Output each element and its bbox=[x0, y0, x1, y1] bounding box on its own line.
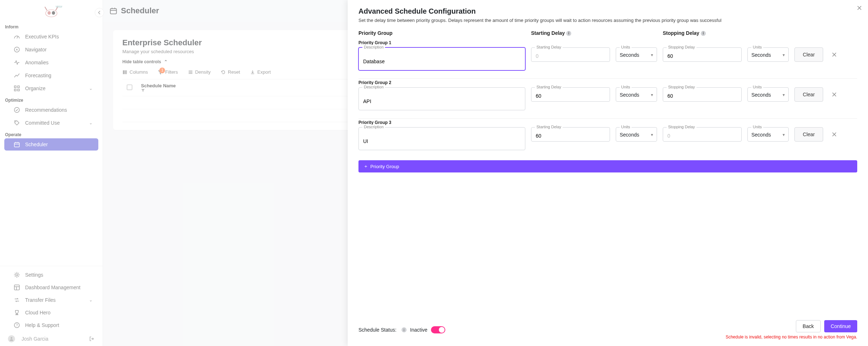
units-float-label: Units bbox=[620, 45, 632, 49]
starting-delay-float-label: Starting Delay bbox=[535, 85, 563, 89]
caret-down-icon: ▾ bbox=[651, 92, 653, 97]
remove-group-button[interactable] bbox=[829, 87, 840, 102]
panel-subtitle: Set the delay time between priority grou… bbox=[358, 18, 857, 23]
close-icon bbox=[857, 5, 862, 11]
caret-down-icon: ▾ bbox=[651, 132, 653, 137]
stopping-units-select[interactable]: Units Seconds ▾ bbox=[747, 127, 789, 142]
info-icon[interactable]: i bbox=[402, 327, 407, 332]
close-icon bbox=[832, 52, 837, 57]
stopping-delay-float-label: Stopping Delay bbox=[667, 45, 696, 49]
header-priority-group: Priority Group bbox=[358, 30, 525, 36]
stopping-units-select[interactable]: Units Seconds ▾ bbox=[747, 87, 789, 102]
stopping-delay-input[interactable] bbox=[663, 48, 741, 61]
units-value: Seconds bbox=[620, 132, 639, 138]
clear-button[interactable]: Clear bbox=[794, 127, 823, 142]
status-toggle[interactable] bbox=[431, 326, 445, 333]
starting-delay-input[interactable] bbox=[531, 88, 610, 101]
status-inactive-label: Inactive bbox=[410, 327, 427, 333]
header-stopping-delay: Stopping Delayi bbox=[663, 30, 742, 36]
caret-down-icon: ▾ bbox=[651, 52, 653, 57]
description-input[interactable] bbox=[359, 88, 525, 110]
stopping-delay-input[interactable] bbox=[663, 88, 741, 101]
starting-delay-float-label: Starting Delay bbox=[535, 45, 563, 49]
units-float-label: Units bbox=[620, 85, 632, 89]
info-icon[interactable]: i bbox=[701, 31, 706, 36]
priority-group-block: Priority Group 3 Description Starting De… bbox=[358, 119, 857, 158]
panel-close-button[interactable] bbox=[857, 5, 862, 11]
stopping-delay-float-label: Stopping Delay bbox=[667, 85, 696, 89]
units-float-label: Units bbox=[751, 85, 763, 89]
clear-button[interactable]: Clear bbox=[794, 87, 823, 102]
remove-group-button[interactable] bbox=[829, 47, 840, 62]
panel-title: Advanced Schedule Configuration bbox=[358, 7, 857, 15]
description-input[interactable] bbox=[359, 48, 525, 70]
description-field-wrapper: Description bbox=[358, 127, 525, 150]
stopping-delay-input[interactable] bbox=[663, 128, 741, 141]
starting-delay-input[interactable] bbox=[531, 48, 610, 61]
description-input[interactable] bbox=[359, 128, 525, 150]
advanced-schedule-panel: Advanced Schedule Configuration Set the … bbox=[348, 0, 868, 346]
starting-delay-field-wrapper: Starting Delay bbox=[531, 127, 610, 142]
back-button[interactable]: Back bbox=[796, 320, 821, 332]
units-value: Seconds bbox=[751, 132, 771, 138]
priority-group-block: Priority Group 1 Description Starting De… bbox=[358, 39, 857, 79]
add-priority-group-button[interactable]: ＋ Priority Group bbox=[358, 160, 857, 172]
close-icon bbox=[832, 92, 837, 97]
units-value: Seconds bbox=[751, 52, 771, 58]
units-float-label: Units bbox=[751, 45, 763, 49]
description-float-label: Description bbox=[362, 45, 385, 49]
panel-column-headers: Priority Group Starting Delayi Stopping … bbox=[358, 29, 857, 39]
continue-button[interactable]: Continue bbox=[824, 320, 857, 332]
priority-group-title: Priority Group 2 bbox=[358, 80, 857, 85]
starting-units-select[interactable]: Units Seconds ▾ bbox=[616, 47, 657, 62]
priority-group-block: Priority Group 2 Description Starting De… bbox=[358, 79, 857, 119]
header-starting-delay: Starting Delayi bbox=[531, 30, 610, 36]
add-pg-label: Priority Group bbox=[370, 164, 399, 169]
units-float-label: Units bbox=[620, 125, 632, 129]
units-value: Seconds bbox=[620, 92, 639, 98]
panel-footer: Schedule Status: i Inactive Back Continu… bbox=[358, 316, 857, 340]
status-label: Schedule Status: bbox=[358, 327, 397, 333]
close-icon bbox=[832, 132, 837, 137]
priority-group-title: Priority Group 3 bbox=[358, 120, 857, 125]
starting-units-select[interactable]: Units Seconds ▾ bbox=[616, 87, 657, 102]
units-float-label: Units bbox=[751, 125, 763, 129]
remove-group-button[interactable] bbox=[829, 127, 840, 142]
plus-icon: ＋ bbox=[363, 163, 368, 170]
caret-down-icon: ▾ bbox=[783, 132, 785, 137]
starting-delay-input[interactable] bbox=[531, 128, 610, 141]
validation-error: Schedule is invalid, selecting no times … bbox=[726, 335, 857, 340]
priority-group-title: Priority Group 1 bbox=[358, 40, 857, 45]
starting-delay-float-label: Starting Delay bbox=[535, 125, 563, 129]
description-field-wrapper: Description bbox=[358, 87, 525, 110]
caret-down-icon: ▾ bbox=[783, 52, 785, 57]
stopping-delay-field-wrapper: Stopping Delay bbox=[663, 47, 742, 62]
description-float-label: Description bbox=[362, 85, 385, 89]
stopping-delay-field-wrapper: Stopping Delay bbox=[663, 87, 742, 102]
description-float-label: Description bbox=[362, 125, 385, 129]
caret-down-icon: ▾ bbox=[783, 92, 785, 97]
starting-units-select[interactable]: Units Seconds ▾ bbox=[616, 127, 657, 142]
description-field-wrapper: Description bbox=[358, 47, 525, 70]
stopping-delay-float-label: Stopping Delay bbox=[667, 125, 696, 129]
stopping-delay-field-wrapper: Stopping Delay bbox=[663, 127, 742, 142]
units-value: Seconds bbox=[751, 92, 771, 98]
starting-delay-field-wrapper: Starting Delay bbox=[531, 47, 610, 62]
stopping-units-select[interactable]: Units Seconds ▾ bbox=[747, 47, 789, 62]
info-icon[interactable]: i bbox=[566, 31, 571, 36]
starting-delay-field-wrapper: Starting Delay bbox=[531, 87, 610, 102]
clear-button[interactable]: Clear bbox=[794, 47, 823, 62]
units-value: Seconds bbox=[620, 52, 639, 58]
